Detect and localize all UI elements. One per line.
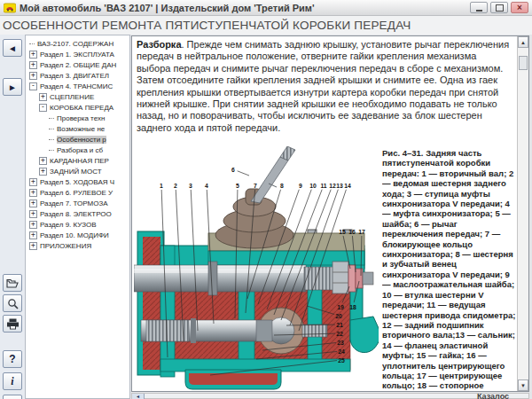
window-title: Мой автомобиль 'ВАЗ 2107' | Издательский…: [20, 3, 315, 13]
tree-connector: [49, 139, 54, 140]
tree-item-label[interactable]: КОРОБКА ПЕРЕДА: [50, 104, 113, 112]
exit-button[interactable]: [3, 395, 22, 399]
figure-callout: 6: [231, 167, 235, 173]
figure-callout: 9: [299, 183, 302, 189]
expand-icon[interactable]: +: [39, 93, 47, 101]
scroll-up-button[interactable]: ▲: [518, 36, 528, 48]
expand-icon[interactable]: +: [29, 231, 37, 239]
collapse-icon[interactable]: -: [39, 104, 47, 112]
horizontal-scrollbar[interactable]: ◄: [131, 393, 529, 399]
tree-item[interactable]: +КАРДАННАЯ ПЕР: [26, 155, 129, 166]
tree-item[interactable]: Разборка и сб: [26, 145, 129, 155]
expand-icon[interactable]: +: [29, 178, 37, 186]
figure-callout: 17: [358, 229, 365, 235]
tree-item-label[interactable]: Раздел 10. МОДИФИ: [40, 231, 109, 239]
tree-item-label[interactable]: Возможные не: [57, 125, 105, 133]
arrow-left-icon: ◄: [136, 394, 140, 399]
tree-item[interactable]: ВАЗ-2107. СОДЕРЖАН: [26, 38, 129, 49]
page-title: ОСОБЕННОСТИ РЕМОНТА ПЯТИСТУПЕНЧАТОЙ КОРО…: [3, 19, 411, 32]
help-button[interactable]: ?: [3, 350, 22, 368]
close-icon: ×: [517, 4, 522, 12]
question-icon: ?: [9, 353, 15, 365]
tree-item-label[interactable]: Разборка и сб: [57, 146, 103, 154]
tree-item-label[interactable]: КАРДАННАЯ ПЕР: [50, 157, 109, 165]
tree-item-label[interactable]: Раздел 6. РУЛЕВОЕ У: [40, 189, 113, 197]
tree-item[interactable]: Проверка техн: [26, 113, 129, 123]
folder-icon: [6, 278, 19, 288]
tree-item[interactable]: Особенности р: [26, 134, 129, 145]
arrow-down-icon: ▼: [520, 383, 526, 388]
figure-callout: 8: [280, 183, 284, 189]
tree-item[interactable]: +Раздел 3. ДВИГАТЕЛ: [26, 70, 129, 81]
tree-item[interactable]: Возможные не: [26, 123, 129, 134]
zoom-button[interactable]: [3, 294, 22, 312]
tree-item-label[interactable]: ПРИЛОЖЕНИЯ: [40, 242, 91, 250]
tree-item[interactable]: +ЗАДНИЙ МОСТ: [26, 166, 129, 176]
open-folder-button[interactable]: [3, 274, 22, 292]
tree-item-label[interactable]: Раздел 2. ОБЩИЕ ДАН: [40, 61, 116, 69]
tree-item[interactable]: +Раздел 6. РУЛЕВОЕ У: [26, 187, 129, 198]
tree-item[interactable]: +Раздел 10. МОДИФИ: [26, 230, 129, 240]
tree-item[interactable]: +Раздел 5. ХОДОВАЯ Ч: [26, 176, 129, 187]
tree-item[interactable]: +Раздел 2. ОБЩИЕ ДАН: [26, 59, 129, 70]
tree-item[interactable]: +Раздел 8. ЭЛЕКТРОО: [26, 208, 129, 219]
expand-icon[interactable]: +: [29, 61, 37, 69]
tree-item-label[interactable]: Раздел 9. КУЗОВ: [40, 221, 97, 229]
tree-item-label[interactable]: Раздел 5. ХОДОВАЯ Ч: [40, 178, 114, 186]
tree-item-label[interactable]: Особенности р: [57, 136, 106, 144]
maximize-icon: [496, 4, 504, 12]
print-button[interactable]: [3, 315, 22, 332]
expand-icon[interactable]: +: [29, 189, 37, 197]
expand-icon[interactable]: +: [39, 168, 47, 176]
tree-item[interactable]: +Раздел 9. КУЗОВ: [26, 219, 129, 230]
maximize-button[interactable]: [490, 2, 508, 13]
figure-callout: 20: [335, 313, 342, 319]
tree-item-label[interactable]: ЗАДНИЙ МОСТ: [50, 168, 102, 176]
tree-connector: [49, 150, 54, 151]
tree-item-label[interactable]: СЦЕПЛЕНИЕ: [50, 93, 94, 101]
left-toolbar: ◄ ► ? i: [0, 35, 26, 399]
expand-icon[interactable]: +: [39, 157, 47, 165]
tree-item-label[interactable]: Раздел 8. ЭЛЕКТРОО: [40, 210, 112, 218]
tree-item[interactable]: +Раздел 1. ЭКСПЛУАТА: [26, 49, 129, 59]
title-bar[interactable]: Мой автомобиль 'ВАЗ 2107' | Издательский…: [0, 0, 532, 16]
scroll-left-button[interactable]: ◄: [132, 394, 145, 399]
expand-icon[interactable]: +: [29, 221, 37, 229]
expand-icon[interactable]: +: [29, 200, 37, 207]
collapse-icon[interactable]: -: [29, 82, 37, 90]
tree-item-label[interactable]: Раздел 3. ДВИГАТЕЛ: [40, 72, 109, 80]
arrow-up-icon: ▲: [520, 40, 526, 45]
article-body: . Прежде чем снимать заднюю крышку, уста…: [137, 39, 509, 133]
window-controls: ×: [470, 2, 528, 13]
tree-item-label[interactable]: ВАЗ-2107. СОДЕРЖАН: [37, 40, 113, 48]
magnifier-icon: [7, 298, 19, 309]
tree-item[interactable]: +ПРИЛОЖЕНИЯ: [26, 240, 129, 251]
expand-icon[interactable]: +: [29, 72, 37, 80]
tree-item[interactable]: +Раздел 7. ТОРМОЗА: [26, 198, 129, 208]
figure-callout: 18: [349, 304, 356, 310]
close-button[interactable]: ×: [511, 2, 528, 13]
figure-callout: 5: [236, 183, 239, 189]
tree-item[interactable]: +СЦЕПЛЕНИЕ: [26, 91, 129, 102]
corner-text: Казалос: [477, 392, 509, 399]
app-window: Мой автомобиль 'ВАЗ 2107' | Издательский…: [0, 0, 532, 399]
tree-connector: [29, 43, 35, 44]
tree-item-label[interactable]: Раздел 7. ТОРМОЗА: [40, 200, 108, 207]
tree-item[interactable]: -КОРОБКА ПЕРЕДА: [26, 102, 129, 113]
expand-icon[interactable]: +: [29, 242, 37, 250]
back-button[interactable]: ◄: [3, 39, 22, 57]
forward-button[interactable]: ►: [3, 78, 22, 96]
expand-icon[interactable]: +: [29, 210, 37, 218]
scroll-down-button[interactable]: ▼: [518, 379, 528, 391]
tree-item[interactable]: -Раздел 4. ТРАНСМИС: [26, 81, 129, 91]
scrollbar-thumb[interactable]: [519, 56, 528, 70]
info-button[interactable]: i: [3, 372, 22, 390]
tree-item-label[interactable]: Раздел 4. ТРАНСМИС: [40, 82, 113, 90]
tree-item-label[interactable]: Проверка техн: [57, 114, 105, 122]
minimize-button[interactable]: [470, 2, 488, 13]
vertical-scrollbar[interactable]: ▲ ▼: [517, 36, 528, 391]
tree-item-label[interactable]: Раздел 1. ЭКСПЛУАТА: [40, 51, 114, 59]
printer-icon: [6, 318, 20, 330]
minimize-icon: [476, 10, 482, 12]
expand-icon[interactable]: +: [29, 51, 37, 59]
